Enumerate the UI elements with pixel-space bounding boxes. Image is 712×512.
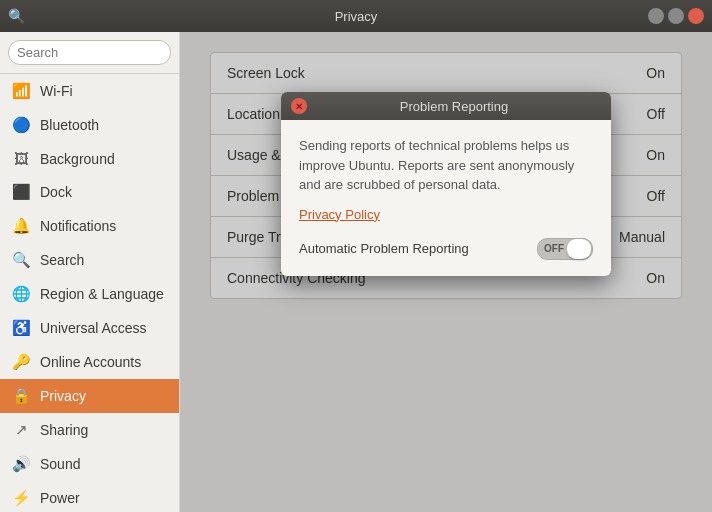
sidebar-item-dock[interactable]: ⬛ Dock [0, 175, 179, 209]
dialog-title: Problem Reporting [307, 99, 601, 114]
sidebar-label-privacy: Privacy [40, 388, 86, 404]
bluetooth-icon: 🔵 [12, 116, 30, 134]
sidebar-label-sound: Sound [40, 456, 80, 472]
notifications-icon: 🔔 [12, 217, 30, 235]
sidebar-label-sharing: Sharing [40, 422, 88, 438]
background-icon: 🖼 [12, 150, 30, 167]
sidebar-item-sharing[interactable]: ↗ Sharing [0, 413, 179, 447]
sidebar-search-container [0, 32, 179, 74]
sidebar-label-online-accounts: Online Accounts [40, 354, 141, 370]
content-area: Screen Lock On Location Services Off Usa… [180, 32, 712, 512]
sidebar-item-sound[interactable]: 🔊 Sound [0, 447, 179, 481]
maximize-button[interactable] [668, 8, 684, 24]
toggle-row-label: Automatic Problem Reporting [299, 241, 469, 256]
sidebar-label-bluetooth: Bluetooth [40, 117, 99, 133]
minimize-button[interactable] [648, 8, 664, 24]
search-sidebar-icon: 🔍 [12, 251, 30, 269]
sidebar-item-region[interactable]: 🌐 Region & Language [0, 277, 179, 311]
sidebar-label-notifications: Notifications [40, 218, 116, 234]
main-layout: 📶 Wi-Fi 🔵 Bluetooth 🖼 Background ⬛ Dock … [0, 32, 712, 512]
dock-icon: ⬛ [12, 183, 30, 201]
dialog-body: Sending reports of technical problems he… [281, 120, 611, 276]
sidebar-label-universal: Universal Access [40, 320, 147, 336]
region-icon: 🌐 [12, 285, 30, 303]
sidebar-item-privacy[interactable]: 🔒 Privacy [0, 379, 179, 413]
window-controls [648, 8, 704, 24]
privacy-policy-link[interactable]: Privacy Policy [299, 207, 593, 222]
sidebar-item-universal[interactable]: ♿ Universal Access [0, 311, 179, 345]
sidebar-item-online-accounts[interactable]: 🔑 Online Accounts [0, 345, 179, 379]
sidebar-item-power[interactable]: ⚡ Power [0, 481, 179, 512]
sidebar-label-background: Background [40, 151, 115, 167]
titlebar: 🔍 Privacy [0, 0, 712, 32]
dialog-toggle-row: Automatic Problem Reporting OFF [299, 238, 593, 260]
search-icon: 🔍 [8, 8, 25, 24]
automatic-reporting-toggle[interactable]: OFF [537, 238, 593, 260]
dialog-titlebar: ✕ Problem Reporting [281, 92, 611, 120]
privacy-icon: 🔒 [12, 387, 30, 405]
problem-reporting-dialog: ✕ Problem Reporting Sending reports of t… [281, 92, 611, 276]
sound-icon: 🔊 [12, 455, 30, 473]
sidebar-item-notifications[interactable]: 🔔 Notifications [0, 209, 179, 243]
dialog-close-button[interactable]: ✕ [291, 98, 307, 114]
sidebar-label-search: Search [40, 252, 84, 268]
sidebar-item-bluetooth[interactable]: 🔵 Bluetooth [0, 108, 179, 142]
modal-backdrop: ✕ Problem Reporting Sending reports of t… [180, 32, 712, 512]
toggle-off-label: OFF [544, 243, 564, 254]
universal-icon: ♿ [12, 319, 30, 337]
sharing-icon: ↗ [12, 421, 30, 439]
power-icon: ⚡ [12, 489, 30, 507]
sidebar-label-wifi: Wi-Fi [40, 83, 73, 99]
sidebar-search-input[interactable] [8, 40, 171, 65]
window-title: Privacy [335, 9, 378, 24]
sidebar-item-search[interactable]: 🔍 Search [0, 243, 179, 277]
wifi-icon: 📶 [12, 82, 30, 100]
sidebar-label-power: Power [40, 490, 80, 506]
titlebar-left: 🔍 [8, 8, 25, 24]
close-button[interactable] [688, 8, 704, 24]
sidebar: 📶 Wi-Fi 🔵 Bluetooth 🖼 Background ⬛ Dock … [0, 32, 180, 512]
sidebar-item-wifi[interactable]: 📶 Wi-Fi [0, 74, 179, 108]
sidebar-label-dock: Dock [40, 184, 72, 200]
dialog-description: Sending reports of technical problems he… [299, 136, 593, 195]
online-accounts-icon: 🔑 [12, 353, 30, 371]
sidebar-label-region: Region & Language [40, 286, 164, 302]
sidebar-item-background[interactable]: 🖼 Background [0, 142, 179, 175]
toggle-knob [567, 239, 591, 259]
